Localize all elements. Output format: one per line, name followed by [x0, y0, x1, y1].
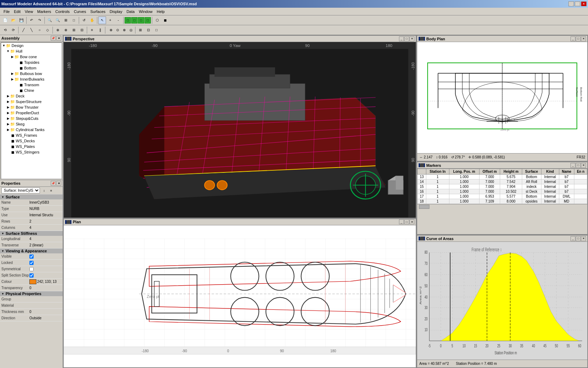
col-offset[interactable]: Offset m [479, 169, 500, 175]
tree-transom[interactable]: ◼ Transom [1, 82, 62, 88]
menu-view[interactable]: View [23, 9, 35, 14]
zoom-fit-btn[interactable]: ⊞ [62, 16, 70, 24]
col-long-pos[interactable]: Long. Pos. m [449, 169, 479, 175]
menu-file[interactable]: File [1, 9, 12, 14]
markers-minimize[interactable]: _ [570, 163, 575, 168]
perspective-canvas[interactable]: -180 -90 0 Yaw 90 180 -180 -90 90 [64, 42, 416, 218]
plan-maximize[interactable]: □ [404, 219, 409, 224]
del-pt-btn[interactable]: - [114, 16, 122, 24]
tree-deck[interactable]: ▶ 📁 Deck [1, 93, 62, 99]
tree-cylindrical-tanks[interactable]: ▶ 📁 Cylindrical Tanks [1, 127, 62, 132]
markers-hscroll[interactable] [417, 204, 587, 209]
properties-pin[interactable]: 📌 [51, 181, 56, 186]
expand-inner-bulwarks[interactable]: ▶ [10, 77, 14, 81]
coa-close[interactable]: ✕ [581, 236, 586, 241]
col-station-in[interactable]: Station In [426, 169, 449, 175]
shade-btn[interactable]: ◼ [161, 16, 169, 24]
tree-ws-decks[interactable]: ◼ WS_Decks [1, 138, 62, 144]
tree-topsides[interactable]: ◼ Topsides [1, 60, 62, 65]
assembly-pin[interactable]: 📌 [51, 36, 56, 41]
colour-swatch[interactable] [29, 279, 36, 284]
tool-r2-5[interactable]: ○ [36, 26, 43, 34]
prop-split-section-checkbox[interactable] [29, 273, 34, 278]
col-height[interactable]: Height m [500, 169, 522, 175]
title-buttons[interactable]: _ □ ✕ [568, 1, 587, 6]
assembly-close[interactable]: ✕ [56, 36, 61, 41]
marker-row-17[interactable]: 17 1 1.000 6.953 5.577 Bottom Internal D… [418, 194, 587, 199]
tree-chine[interactable]: ◼ Chine [1, 88, 62, 93]
tool-r2-9[interactable]: ⊞ [70, 26, 78, 34]
assembly-tree[interactable]: ▼ 📁 Design ▼ 📁 Hull ▶ 📁 Bow cone [1, 42, 62, 179]
tree-design[interactable]: ▼ 📁 Design [1, 43, 62, 48]
persp-close[interactable]: ✕ [410, 36, 414, 41]
view-side[interactable]: □ [138, 17, 144, 23]
expand-bottom[interactable] [14, 66, 19, 70]
tool-r2-7[interactable]: ⊕ [54, 26, 62, 34]
menu-controls[interactable]: Controls [53, 9, 72, 14]
section-physical-header[interactable]: ▼ Physical Properties [0, 291, 63, 296]
expand-bow-thruster[interactable]: ▶ [6, 105, 10, 109]
tree-ws-plates[interactable]: ◼ WS_Plates [1, 144, 62, 149]
tree-hull[interactable]: ▼ 📁 Hull [1, 48, 62, 54]
section-stiffness-header[interactable]: ▼ Surface Stiffness [0, 231, 63, 236]
tree-propeller-duct[interactable]: ▶ 📁 PropellerDuct [1, 110, 62, 116]
zoom-window-btn[interactable]: □ [70, 16, 78, 24]
maximize-button[interactable]: □ [575, 1, 580, 6]
persp-minimize[interactable]: _ [399, 36, 404, 41]
tool-r2-8[interactable]: ⊗ [62, 26, 70, 34]
expand-transom[interactable] [14, 83, 19, 87]
zoom-out-btn[interactable]: 🔍 [54, 16, 62, 24]
marker-row-18[interactable]: 18 1 1.000 7.109 8.000 opsides Internal … [418, 199, 587, 204]
expand-design[interactable]: ▼ [2, 43, 6, 48]
expand-topsides[interactable] [14, 60, 19, 64]
expand-stepup-cuts[interactable]: ▶ [6, 116, 10, 121]
tool-r2-20[interactable]: □ [153, 26, 160, 34]
expand-bow-cone[interactable]: ▶ [10, 55, 14, 59]
zoom-in-btn[interactable]: 🔍 [46, 16, 54, 24]
tool-r2-2[interactable]: ⟳ [9, 26, 17, 34]
open-btn[interactable]: 📂 [9, 16, 17, 24]
markers-close[interactable]: ✕ [581, 163, 586, 168]
menu-markers[interactable]: Markers [35, 9, 53, 14]
tree-stepup-cuts[interactable]: ▶ 📁 Stepup&Cuts [1, 116, 62, 121]
bp-minimize[interactable]: _ [570, 36, 575, 41]
undo-btn[interactable]: ↶ [28, 16, 35, 24]
tree-inner-bulwarks[interactable]: ▶ 📁 InnerBulwarks [1, 76, 62, 82]
expand-hull[interactable]: ▼ [6, 49, 10, 53]
tool-r2-12[interactable]: ∥ [96, 26, 104, 34]
surface-selector[interactable]: Surface: InnerCylSB3 [1, 188, 40, 193]
prop-symmetrical-checkbox[interactable] [29, 267, 34, 271]
markers-maximize[interactable]: □ [576, 163, 581, 168]
add-pt-btn[interactable]: + [106, 16, 114, 24]
snap-btn-1[interactable]: ⊕ [108, 27, 114, 33]
coa-canvas[interactable]: Frame of Reference ↕ [417, 242, 587, 360]
tree-skeg[interactable]: ▶ 📁 Skeg [1, 121, 62, 127]
coa-minimize[interactable]: _ [570, 236, 575, 241]
rotate-btn[interactable]: ↺ [80, 16, 88, 24]
prop-filter-btn[interactable]: ≡ [48, 188, 54, 193]
menu-display[interactable]: Display [107, 9, 124, 14]
pan-btn[interactable]: ✋ [88, 16, 96, 24]
view-top[interactable]: □ [145, 17, 151, 23]
plan-canvas[interactable]: Zero pt [64, 225, 416, 368]
marker-row-13[interactable]: 13 1 1.000 7.000 5.675 Bottom Internal b… [418, 175, 587, 179]
marker-row-16[interactable]: 16 1 1.000 7.000 10.502 st Deck Internal… [418, 189, 587, 194]
coa-maximize[interactable]: □ [576, 236, 581, 241]
tool-r2-10[interactable]: ⊟ [78, 26, 86, 34]
prop-locked-checkbox[interactable] [29, 261, 34, 265]
col-surface[interactable]: Surface [522, 169, 541, 175]
marker-row-15[interactable]: 15 1 1.000 7.000 7.904 indeck Internal b… [418, 184, 587, 189]
plan-minimize[interactable]: _ [399, 219, 404, 224]
persp-maximize[interactable]: □ [404, 36, 409, 41]
tool-r2-18[interactable]: ⊞ [136, 26, 144, 34]
section-surface-header[interactable]: ▼ Surface [0, 195, 63, 199]
prop-visible-checkbox[interactable] [29, 254, 34, 259]
wire-btn[interactable]: ⬡ [153, 16, 161, 24]
expand-propeller-duct[interactable]: ▶ [6, 111, 10, 115]
col-name[interactable]: Name [559, 169, 574, 175]
plan-close[interactable]: ✕ [410, 219, 414, 224]
view-front[interactable]: □ [131, 17, 138, 23]
snap-btn-3[interactable]: ⊗ [121, 27, 127, 33]
menu-window[interactable]: Window [137, 9, 155, 14]
new-btn[interactable]: 📄 [1, 16, 9, 24]
